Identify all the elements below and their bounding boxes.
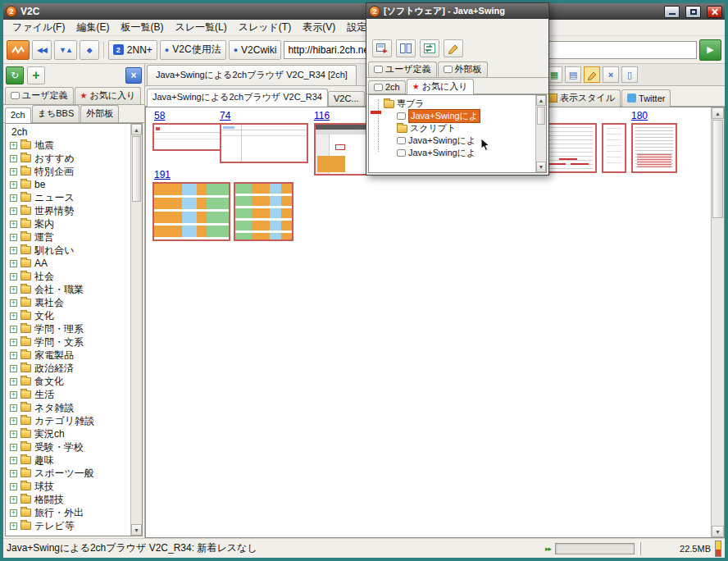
thumbnail-image[interactable] bbox=[152, 182, 230, 241]
tree-item[interactable]: +案内 bbox=[10, 217, 130, 230]
expand-icon[interactable]: + bbox=[10, 339, 17, 346]
tab-2ch[interactable]: 2ch bbox=[5, 107, 31, 123]
expand-icon[interactable]: + bbox=[10, 470, 17, 477]
minimize-button[interactable] bbox=[664, 6, 680, 18]
tree-item[interactable]: +ニュース bbox=[10, 191, 130, 204]
expand-icon[interactable]: + bbox=[10, 365, 17, 372]
tree-item[interactable]: +旅行・外出 bbox=[10, 506, 130, 519]
thumbnail-link[interactable]: 74 bbox=[220, 110, 230, 121]
scroll-down-button[interactable]: ▼ bbox=[131, 524, 142, 536]
tree-item[interactable]: +球技 bbox=[10, 480, 130, 493]
expand-icon[interactable]: + bbox=[10, 483, 17, 490]
tree-item[interactable]: +学問・理系 bbox=[10, 322, 130, 335]
add-button[interactable]: + bbox=[27, 66, 45, 84]
popup-tab-user-defined[interactable]: ユーザ定義 bbox=[368, 62, 437, 77]
tree-item[interactable]: +政治経済 bbox=[10, 362, 130, 375]
thumbnail-image[interactable] bbox=[220, 123, 308, 163]
thumbnail-image[interactable] bbox=[152, 123, 228, 151]
scroll-down-button[interactable]: ▼ bbox=[536, 162, 546, 172]
nav-diamond-button[interactable]: ◆ bbox=[80, 40, 99, 60]
expand-icon[interactable]: + bbox=[10, 509, 17, 517]
thumbnail-image[interactable] bbox=[631, 123, 677, 173]
tree-item[interactable]: +格闘技 bbox=[10, 493, 130, 506]
tree-item[interactable]: +カテゴリ雑談 bbox=[10, 414, 130, 427]
tree-item[interactable]: +食文化 bbox=[10, 375, 130, 388]
go-button[interactable]: ▶ bbox=[699, 39, 721, 61]
tree-item[interactable]: Java+Swingによ bbox=[369, 147, 535, 159]
expand-icon[interactable]: + bbox=[10, 378, 17, 385]
tree-item[interactable]: 専ブラ bbox=[369, 98, 535, 110]
tree-item[interactable]: +ネタ雑談 bbox=[10, 401, 130, 414]
tree-item[interactable]: スクリプト bbox=[369, 122, 535, 135]
expand-icon[interactable]: + bbox=[10, 181, 17, 189]
tree-item[interactable]: +生活 bbox=[10, 388, 130, 401]
rows-icon-button[interactable]: ▤ bbox=[565, 66, 581, 83]
board-tree-scrollbar[interactable]: ▲ ▼ bbox=[130, 124, 142, 536]
tree-item[interactable]: +AA bbox=[10, 257, 130, 270]
popup-tab-2ch[interactable]: 2ch bbox=[368, 80, 406, 94]
tree-item[interactable]: +趣味 bbox=[10, 454, 130, 467]
expand-icon[interactable]: + bbox=[10, 522, 17, 530]
close-x-icon-button[interactable]: × bbox=[603, 66, 619, 83]
close-panel-button[interactable]: × bbox=[125, 67, 142, 84]
popup-titlebar[interactable]: 2 [ソフトウェア] - Java+Swing bbox=[366, 3, 548, 19]
tree-item[interactable]: Java+Swingによ bbox=[369, 135, 535, 147]
maximize-button[interactable] bbox=[685, 6, 701, 18]
tree-item[interactable]: +裏社会 bbox=[10, 296, 130, 309]
thumbnail-link[interactable]: 116 bbox=[314, 110, 330, 121]
menu-edit[interactable]: 編集(E) bbox=[71, 19, 115, 36]
thumbnail-image[interactable] bbox=[234, 182, 293, 241]
menu-thread-list[interactable]: スレ一覧(L) bbox=[169, 19, 232, 36]
panel-icon-button[interactable]: ▯ bbox=[621, 66, 638, 83]
close-button[interactable] bbox=[707, 6, 722, 18]
menu-board-list[interactable]: 板一覧(B) bbox=[115, 19, 169, 36]
menu-view[interactable]: 表示(V) bbox=[297, 19, 341, 36]
expand-icon[interactable]: + bbox=[10, 168, 17, 176]
expand-icon[interactable]: + bbox=[10, 312, 17, 320]
v2c-usage-button[interactable]: ● V2C使用法 bbox=[160, 40, 226, 60]
columns-button[interactable] bbox=[396, 39, 416, 57]
expand-icon[interactable]: + bbox=[10, 496, 17, 504]
tree-item-selected[interactable]: Java+Swingによ bbox=[369, 110, 535, 122]
scrollbar-thumb[interactable] bbox=[712, 120, 723, 218]
tree-item[interactable]: +運営 bbox=[10, 230, 130, 244]
2nn-button[interactable]: 2 2NN+ bbox=[108, 40, 157, 60]
tree-item[interactable]: +会社・職業 bbox=[10, 283, 130, 296]
thumbnail-link[interactable]: 191 bbox=[154, 169, 171, 180]
expand-icon[interactable]: + bbox=[10, 208, 17, 215]
tree-item[interactable]: +実況ch bbox=[10, 427, 130, 440]
scrollbar-track[interactable] bbox=[712, 219, 724, 526]
tree-root[interactable]: 2ch bbox=[10, 125, 130, 139]
menu-thread[interactable]: スレッド(T) bbox=[233, 19, 297, 36]
expand-icon[interactable]: + bbox=[10, 194, 17, 202]
expand-icon[interactable]: + bbox=[10, 142, 17, 149]
refresh-button[interactable]: ↻ bbox=[6, 66, 24, 84]
thread-scrollbar[interactable]: ▲ ▼ bbox=[711, 107, 724, 537]
tree-item[interactable]: +社会 bbox=[10, 270, 130, 283]
tab-machibbs[interactable]: まちBBS bbox=[32, 105, 80, 122]
expand-icon[interactable]: + bbox=[10, 155, 17, 162]
expand-icon[interactable]: + bbox=[10, 286, 17, 294]
v2c-wiki-button[interactable]: ● V2Cwiki bbox=[229, 40, 282, 60]
window-tab[interactable]: Java+Swingによる2chブラウザ V2C_R34 [2ch] bbox=[147, 65, 357, 85]
tree-item[interactable]: +学問・文系 bbox=[10, 335, 130, 349]
expand-icon[interactable]: + bbox=[10, 326, 17, 333]
scrollbar-thumb[interactable] bbox=[537, 107, 545, 125]
scroll-up-button[interactable]: ▲ bbox=[131, 124, 142, 135]
tree-item[interactable]: +馴れ合い bbox=[10, 244, 130, 257]
tree-item[interactable]: +世界情勢 bbox=[10, 204, 130, 217]
thumbnail-image[interactable] bbox=[602, 123, 626, 173]
nav-prev-button[interactable]: ◀◀ bbox=[32, 40, 52, 60]
tab-favorites[interactable]: ★ お気に入り bbox=[75, 87, 142, 104]
expand-icon[interactable]: + bbox=[10, 431, 17, 438]
expand-icon[interactable]: + bbox=[10, 352, 17, 359]
tree-item[interactable]: +受験・学校 bbox=[10, 440, 130, 454]
tree-item[interactable]: +地震 bbox=[10, 139, 130, 152]
expand-icon[interactable]: + bbox=[10, 247, 17, 254]
thumbnail-link[interactable]: 180 bbox=[631, 110, 648, 121]
scrollbar-track[interactable] bbox=[536, 125, 546, 162]
tree-item[interactable]: +スポーツ一般 bbox=[10, 467, 130, 480]
titlebar[interactable]: 2 V2C bbox=[3, 3, 725, 20]
thumbnail-image[interactable] bbox=[541, 123, 597, 173]
expand-icon[interactable]: + bbox=[10, 299, 17, 307]
